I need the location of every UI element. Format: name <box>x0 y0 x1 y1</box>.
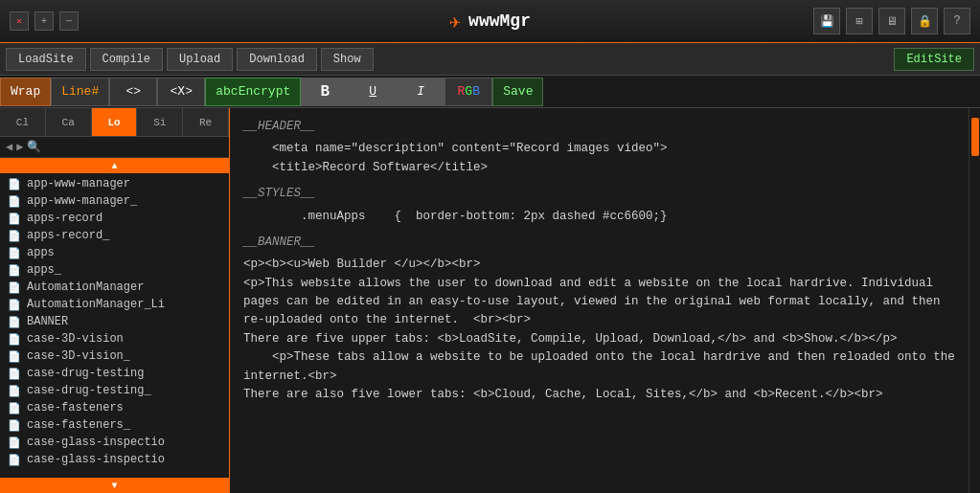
main-toolbar: LoadSite Compile Upload Download Show Ed… <box>0 43 980 76</box>
file-icon: 📄 <box>8 213 21 225</box>
list-item[interactable]: 📄 case-glass-inspectio <box>0 451 229 468</box>
file-name: apps <box>27 246 55 259</box>
file-icon: 📄 <box>8 264 21 277</box>
file-name: case-drug-testing_ <box>27 384 151 397</box>
list-item[interactable]: 📄 AutomationManager_Li <box>0 296 229 313</box>
list-item[interactable]: 📄 case-drug-testing_ <box>0 382 229 399</box>
editor-area[interactable]: __HEADER__ <meta name="description" cont… <box>230 108 969 493</box>
file-icon: 📄 <box>8 195 21 208</box>
file-icon: 📄 <box>8 178 21 190</box>
grid-icon-button[interactable]: ⊞ <box>846 8 873 34</box>
download-button[interactable]: Download <box>237 48 317 71</box>
maximize-button[interactable]: ─ <box>59 11 79 31</box>
title-bar-right-controls[interactable]: 💾 ⊞ 🖥 🔒 ? <box>813 8 970 34</box>
styles-section: __STYLES__ .menuApps { border-bottom: 2p… <box>243 185 955 226</box>
sidebar-tab-sites[interactable]: Si <box>137 108 183 136</box>
list-item[interactable]: 📄 app-www-manager <box>0 175 229 192</box>
file-name: apps_ <box>27 263 61 277</box>
header-label: __HEADER__ <box>243 120 315 133</box>
app-title: ✈ wwwMgr <box>449 10 531 34</box>
list-item[interactable]: 📄 AutomationManager <box>0 279 229 296</box>
file-name: AutomationManager <box>27 280 144 294</box>
file-icon: 📄 <box>8 437 21 449</box>
abc-encrypt-button[interactable]: abcEncrypt <box>205 78 301 106</box>
save-button[interactable]: Save <box>492 78 543 106</box>
save-icon-button[interactable]: 💾 <box>813 8 840 34</box>
file-list: 📄 app-www-manager 📄 app-www-manager_ 📄 a… <box>0 173 229 478</box>
compile-button[interactable]: Compile <box>90 48 163 71</box>
underline-button[interactable]: U <box>349 78 397 106</box>
file-icon: 📄 <box>8 419 21 432</box>
list-item[interactable]: 📄 apps-record_ <box>0 227 229 244</box>
lock-icon-button[interactable]: 🔒 <box>911 8 938 34</box>
help-icon-button[interactable]: ? <box>944 8 970 34</box>
show-button[interactable]: Show <box>321 48 374 71</box>
minimize-button[interactable]: + <box>34 11 54 31</box>
forward-icon[interactable]: ▶ <box>16 140 23 154</box>
file-icon: 📄 <box>8 368 21 380</box>
loadsite-button[interactable]: LoadSite <box>6 48 86 71</box>
file-name: app-www-manager <box>27 177 130 190</box>
back-icon[interactable]: ◀ <box>6 140 12 154</box>
sidebar-tab-cloud[interactable]: Cl <box>0 108 46 136</box>
list-item[interactable]: 📄 case-drug-testing <box>0 365 229 382</box>
file-name: case-glass-inspectio <box>27 436 165 449</box>
file-name: apps-record_ <box>27 229 109 242</box>
editor-scrollbar[interactable] <box>969 108 980 493</box>
list-item[interactable]: 📄 apps_ <box>0 261 229 279</box>
file-name: app-www-manager_ <box>27 194 137 208</box>
file-name: case-drug-testing <box>27 367 144 380</box>
styles-content: .menuApps { border-bottom: 2px dashed #c… <box>243 208 955 226</box>
file-icon: 📄 <box>8 350 21 363</box>
x-button[interactable]: <X> <box>157 78 205 106</box>
file-name: case-fasteners <box>27 401 124 415</box>
file-icon: 📄 <box>8 316 21 328</box>
list-item[interactable]: 📄 case-glass-inspectio <box>0 434 229 451</box>
file-icon: 📄 <box>8 299 21 311</box>
scroll-up-button[interactable]: ▲ <box>0 158 229 173</box>
file-name: AutomationManager_Li <box>27 298 165 311</box>
scrollbar-thumb[interactable] <box>971 118 979 156</box>
list-item[interactable]: 📄 case-3D-vision_ <box>0 347 229 365</box>
file-icon: 📄 <box>8 247 21 259</box>
file-name: case-3D-vision_ <box>27 349 130 363</box>
banner-content: <p><b><u>Web Builder </u></b><br> <p>Thi… <box>243 256 955 404</box>
list-item[interactable]: 📄 apps-record <box>0 210 229 227</box>
app-icon: ✈ <box>449 10 461 34</box>
rgb-button[interactable]: RGB <box>444 78 492 106</box>
list-item[interactable]: 📄 case-3D-vision <box>0 330 229 347</box>
bracket-button[interactable]: <> <box>109 78 157 106</box>
file-name: case-glass-inspectio <box>27 453 165 466</box>
line-number-button[interactable]: Line# <box>51 78 109 106</box>
sidebar-search-bar: ◀ ▶ 🔍 <box>0 137 229 158</box>
file-icon: 📄 <box>8 333 21 346</box>
wrap-button[interactable]: Wrap <box>0 78 51 106</box>
sidebar-tabs: Cl Ca Lo Si Re <box>0 108 229 137</box>
upload-button[interactable]: Upload <box>167 48 233 71</box>
file-icon: 📄 <box>8 230 21 242</box>
banner-section: __BANNER__ <p><b><u>Web Builder </u></b>… <box>243 234 955 404</box>
sidebar-tab-cache[interactable]: Ca <box>46 108 92 136</box>
list-item[interactable]: 📄 app-www-manager_ <box>0 192 229 210</box>
app-title-text: wwwMgr <box>468 11 531 31</box>
list-item[interactable]: 📄 apps <box>0 244 229 261</box>
header-section: __HEADER__ <meta name="description" cont… <box>243 118 955 177</box>
sidebar-tab-recent[interactable]: Re <box>183 108 229 136</box>
window-controls[interactable]: ✕ + ─ <box>10 11 79 31</box>
banner-label: __BANNER__ <box>243 235 315 249</box>
monitor-icon-button[interactable]: 🖥 <box>878 8 905 34</box>
sidebar-tab-local[interactable]: Lo <box>92 108 138 136</box>
file-icon: 📄 <box>8 281 21 294</box>
editsite-button[interactable]: EditSite <box>894 48 974 71</box>
list-item[interactable]: 📄 BANNER <box>0 313 229 330</box>
list-item[interactable]: 📄 case-fasteners <box>0 399 229 416</box>
file-name: case-3D-vision <box>27 332 124 346</box>
file-icon: 📄 <box>8 402 21 415</box>
scroll-down-button[interactable]: ▼ <box>0 478 229 493</box>
bold-button[interactable]: B <box>301 78 349 106</box>
close-button[interactable]: ✕ <box>10 11 29 31</box>
list-item[interactable]: 📄 case-fasteners_ <box>0 416 229 434</box>
file-name: apps-record <box>27 212 103 225</box>
italic-button[interactable]: I <box>397 78 444 106</box>
search-icon[interactable]: 🔍 <box>27 140 41 154</box>
